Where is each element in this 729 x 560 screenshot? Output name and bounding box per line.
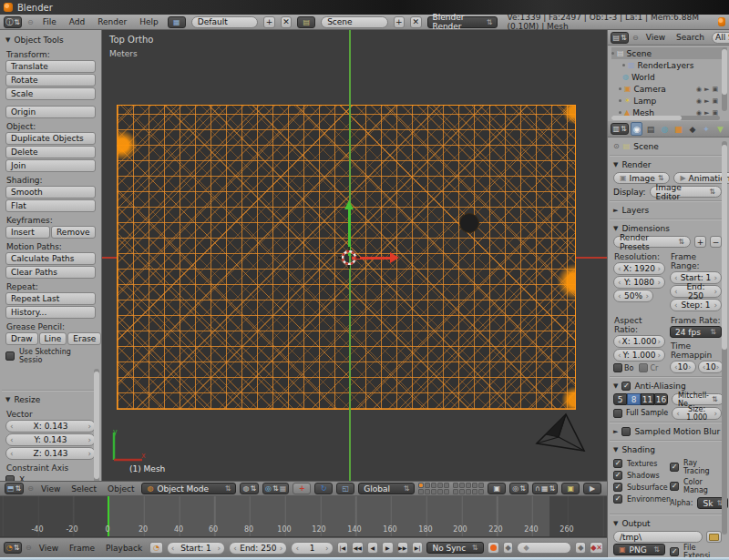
menu-add[interactable]: Add: [66, 17, 88, 26]
close-layout-button[interactable]: ✕: [281, 16, 292, 28]
screen-layout-icon[interactable]: ▦: [168, 16, 186, 28]
subsurface-checkbox[interactable]: [613, 483, 622, 492]
calculate-paths-button[interactable]: Calculate Paths: [5, 252, 96, 265]
object-tools-panel-header[interactable]: ▼Object Tools: [5, 34, 96, 46]
shading-panel-header[interactable]: ▼Shading: [613, 443, 722, 456]
border-checkbox[interactable]: [613, 363, 622, 372]
menu-object[interactable]: Object: [104, 484, 138, 494]
render-panel-header[interactable]: ▼Render: [613, 158, 722, 171]
delete-button[interactable]: Delete: [5, 146, 96, 158]
editor-type-selector[interactable]: ▤⇅: [611, 32, 629, 44]
collapse-menus-icon[interactable]: ⊖: [632, 34, 639, 42]
manipulator-translate-button[interactable]: +: [293, 483, 311, 494]
tab-scene[interactable]: ▤: [644, 122, 656, 136]
tab-world[interactable]: ◍: [659, 122, 671, 136]
layer-grid-left[interactable]: [418, 483, 449, 494]
resolution-percentage-field[interactable]: 50%: [613, 290, 653, 302]
rotate-button[interactable]: Rotate: [5, 74, 96, 87]
grease-line-button[interactable]: Line: [39, 332, 67, 345]
add-layout-button[interactable]: +: [263, 16, 274, 28]
outliner-item-scene[interactable]: ▤ Scene: [611, 47, 727, 59]
translate-button[interactable]: Translate: [5, 60, 96, 73]
fps-dropdown[interactable]: 24 fps: [670, 326, 722, 338]
browse-folder-button[interactable]: [706, 531, 722, 543]
play-reverse-button[interactable]: ◀: [367, 542, 378, 554]
sampled-motion-blur-header[interactable]: ►Sampled Motion Blur: [613, 425, 722, 438]
editor-type-selector[interactable]: ◔⇅: [4, 542, 22, 554]
expand-dot-icon[interactable]: [622, 64, 625, 66]
properties-scrollbar[interactable]: [722, 141, 727, 535]
frame-end-field[interactable]: End: 250: [670, 285, 722, 298]
display-dropdown[interactable]: Image Editor: [650, 186, 722, 198]
lock-to-scene-button[interactable]: ▣: [488, 483, 506, 494]
history-button[interactable]: History...: [5, 306, 96, 319]
outliner-hscrollbar[interactable]: [611, 116, 720, 120]
remove-keyframe-button[interactable]: Remove: [51, 226, 96, 239]
renderability-icon[interactable]: ▣: [712, 97, 718, 105]
manipulator-x-arrow-icon[interactable]: [390, 252, 399, 263]
play-button[interactable]: ▶: [382, 542, 393, 554]
resize-y-field[interactable]: Y: 0.143: [5, 433, 96, 446]
viewport-shading-dropdown[interactable]: ◍⇅: [240, 483, 259, 494]
manipulator-scale-button[interactable]: ◱: [336, 483, 354, 494]
pin-icon[interactable]: ⊙: [613, 142, 620, 150]
aa-samples-16[interactable]: 16: [654, 393, 668, 405]
motion-blur-checkbox[interactable]: [621, 427, 631, 436]
color-management-checkbox[interactable]: [670, 482, 679, 491]
expand-dot-icon[interactable]: [611, 52, 614, 55]
jump-to-start-button[interactable]: |◀: [337, 542, 348, 554]
environment-checkbox[interactable]: [613, 494, 622, 504]
layer-grid-right[interactable]: [453, 483, 484, 494]
grease-draw-button[interactable]: Draw: [5, 332, 38, 345]
visibility-eye-icon[interactable]: ◉: [696, 86, 702, 93]
menu-search[interactable]: Search: [673, 33, 708, 42]
delete-keyframe-button[interactable]: ◆✕: [590, 542, 603, 554]
outliner-item-camera[interactable]: ▣ Camera ◉►▣: [611, 83, 727, 95]
menu-render[interactable]: Render: [94, 17, 130, 26]
aa-samples-8[interactable]: 8: [627, 393, 641, 405]
duplicate-objects-button[interactable]: Duplicate Objects: [5, 132, 96, 145]
remove-preset-button[interactable]: −: [710, 236, 722, 248]
tab-data[interactable]: ▼: [714, 122, 726, 136]
menu-select[interactable]: Select: [67, 484, 100, 494]
screen-layout-field[interactable]: Default: [191, 16, 258, 28]
collapse-menus-icon[interactable]: ⊖: [27, 18, 34, 26]
expand-dot-icon[interactable]: [619, 99, 621, 102]
aa-filter-dropdown[interactable]: Mitchell-Ne: [672, 393, 724, 405]
close-scene-button[interactable]: ✕: [410, 16, 421, 28]
outliner-filter-dropdown[interactable]: All Scene: [712, 32, 729, 44]
resize-z-field[interactable]: Z: 0.143: [5, 447, 96, 460]
menu-view[interactable]: View: [36, 544, 62, 553]
shadows-checkbox[interactable]: [613, 471, 622, 480]
menu-help[interactable]: Help: [136, 17, 162, 26]
proportional-edit-dropdown[interactable]: ◎⇅: [509, 483, 529, 494]
resolution-x-field[interactable]: X: 1920: [613, 262, 665, 275]
add-preset-button[interactable]: +: [694, 236, 706, 248]
render-opengl-anim-button[interactable]: ▶: [583, 483, 601, 494]
aa-samples-5[interactable]: 5: [613, 393, 627, 405]
render-presets-dropdown[interactable]: Render Presets: [613, 236, 691, 248]
cursor-3d-icon[interactable]: [338, 247, 360, 269]
sync-dropdown[interactable]: No Sync: [426, 542, 483, 554]
start-frame-field[interactable]: Start: 1: [167, 542, 225, 555]
snap-dropdown[interactable]: ∩▦⇅: [532, 483, 558, 494]
file-extensions-checkbox[interactable]: [670, 547, 679, 556]
selectability-icon[interactable]: ►: [704, 86, 709, 93]
pivot-point-dropdown[interactable]: ◎⇅▦: [262, 483, 289, 494]
tab-constraints[interactable]: ◆: [686, 122, 698, 136]
tab-object[interactable]: ■: [673, 122, 684, 136]
repeat-last-button[interactable]: Repeat Last: [5, 292, 96, 305]
output-path-field[interactable]: /tmp\: [613, 531, 703, 543]
grease-erase-button[interactable]: Erase: [67, 332, 101, 345]
frame-step-field[interactable]: Step: 1: [670, 299, 722, 311]
insert-keyframe-button[interactable]: Insert: [5, 226, 50, 239]
jump-to-end-button[interactable]: ▶|: [412, 542, 423, 554]
renderability-icon[interactable]: ▣: [712, 86, 718, 93]
aspect-x-field[interactable]: X: 1.000: [613, 335, 665, 348]
ray-tracing-checkbox[interactable]: [670, 463, 679, 472]
resize-panel-header[interactable]: ▼Resize: [5, 393, 96, 406]
origin-button[interactable]: Origin: [5, 106, 96, 118]
aa-size-field[interactable]: Size: 1.000: [672, 407, 722, 420]
aspect-y-field[interactable]: Y: 1.000: [613, 349, 665, 361]
selectability-icon[interactable]: ►: [704, 97, 709, 105]
